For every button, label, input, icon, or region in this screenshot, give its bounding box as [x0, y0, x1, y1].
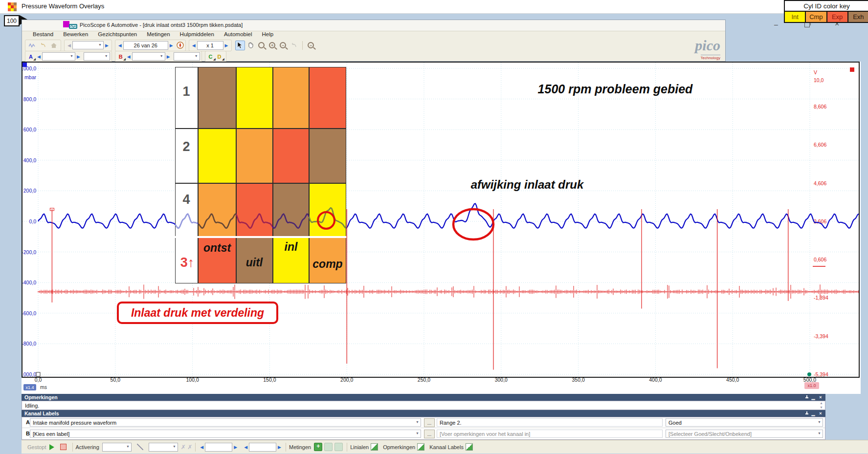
- kanaal-labels-toggle-icon[interactable]: [466, 443, 473, 451]
- channel-a-next-icon[interactable]: ▶: [75, 54, 82, 59]
- opmerkingen-toggle-icon[interactable]: [417, 443, 424, 451]
- menu-hulpmiddelen[interactable]: Hulpmiddelen: [175, 31, 219, 39]
- zoom-out-tool[interactable]: −: [278, 41, 288, 50]
- channel-a-label-select[interactable]: Intake manifold pressure waveform: [30, 418, 421, 427]
- normal-selection-tool[interactable]: [235, 41, 245, 50]
- zoom-out-step-icon[interactable]: ◀: [191, 43, 197, 48]
- x-axis-tick: 200,0: [340, 377, 353, 383]
- waveform-icon[interactable]: [27, 41, 37, 50]
- hand-pan-tool[interactable]: [246, 41, 256, 50]
- right-axis-tick: -3,394: [814, 333, 828, 339]
- minimize-icon[interactable]: –: [774, 21, 778, 28]
- opmerkingen-panel-title: Opmerkingen: [24, 394, 58, 400]
- zoom-in-tool[interactable]: +: [267, 41, 277, 50]
- more-options-button[interactable]: ...: [424, 430, 435, 438]
- pretrigger-next-icon[interactable]: ▶: [232, 445, 239, 450]
- scope-display-area[interactable]: 1000,0800,0600,0400,0200,00,0-200,0-400,…: [22, 62, 861, 394]
- zoom-overview-tool[interactable]: ∞: [306, 41, 316, 50]
- stop-capture-button[interactable]: [60, 444, 67, 450]
- scroll-down-icon[interactable]: ▼: [820, 406, 823, 409]
- toggle-linialen[interactable]: Linialen: [350, 444, 369, 450]
- trigger-marker-icon: ✗ ✗: [181, 444, 192, 451]
- scroll-up-icon[interactable]: ▲: [820, 401, 823, 405]
- next-view-icon[interactable]: ▶: [104, 43, 110, 48]
- channel-b-button[interactable]: B: [117, 54, 126, 60]
- stroke-label-uitl: uitl: [246, 256, 263, 269]
- channel-b-status-select[interactable]: [Selecteer Goed/Slecht/Onbekend]: [666, 430, 823, 438]
- delete-measurement-button[interactable]: [334, 443, 343, 451]
- key-exp: Exp: [827, 12, 848, 22]
- channel-d-button[interactable]: D: [216, 54, 224, 60]
- menu-automobiel[interactable]: Automobiel: [219, 31, 257, 39]
- pretrigger-value[interactable]: [205, 443, 232, 452]
- x-axis-tick: 100,0: [186, 377, 199, 383]
- menu-help[interactable]: Help: [257, 31, 278, 39]
- menu-bewerken[interactable]: Bewerken: [58, 31, 93, 39]
- channel-b-next-icon[interactable]: ▶: [165, 54, 172, 59]
- cyl-grid-cell-exh: [309, 129, 346, 183]
- minimize-panel-icon[interactable]: ▁: [811, 411, 816, 416]
- pin-icon[interactable]: [805, 411, 809, 415]
- cyl-grid-cell-cmp: [236, 129, 273, 183]
- channel-a-probe-select[interactable]: [84, 52, 110, 61]
- prev-view-icon[interactable]: ◀: [66, 43, 72, 48]
- menu-metingen[interactable]: Metingen: [142, 31, 175, 39]
- cyl-grid-cell-cmp: [198, 183, 236, 237]
- posttrigger-value[interactable]: [249, 443, 276, 452]
- trigger-channel-select[interactable]: [149, 443, 178, 452]
- next-buffer-icon[interactable]: ▶: [168, 43, 175, 48]
- opmerkingen-panel-body[interactable]: Idling. ▲ ▼: [22, 401, 825, 410]
- posttrigger-prev-icon[interactable]: ◀: [243, 445, 249, 450]
- start-capture-button[interactable]: [49, 444, 54, 450]
- left-axis-tick: 600,0: [23, 127, 36, 132]
- pin-icon[interactable]: [805, 395, 809, 399]
- zoom-in-step-icon[interactable]: ▶: [223, 43, 230, 48]
- picoscope-app-icon: [69, 23, 77, 29]
- channel-a-note-field[interactable]: Range 2.: [437, 418, 663, 427]
- minimize-panel-icon[interactable]: ▁: [811, 395, 816, 400]
- toggle-opmerkingen[interactable]: Opmerkingen: [383, 444, 415, 450]
- cyl-grid-cell-int: [198, 129, 236, 183]
- linialen-toggle-icon[interactable]: [371, 443, 378, 451]
- restore-icon[interactable]: [804, 22, 810, 27]
- close-panel-icon[interactable]: ×: [818, 411, 823, 416]
- right-axis-tick: 2,606: [814, 218, 826, 224]
- trigger-label: Activering: [76, 444, 99, 450]
- channel-c-button[interactable]: C: [207, 54, 216, 60]
- channel-b-range-select[interactable]: [132, 52, 165, 61]
- channel-a-label-row: A Intake manifold pressure waveform ... …: [22, 417, 825, 428]
- channel-a-status-select[interactable]: Goed: [666, 418, 823, 427]
- trigger-mode-select[interactable]: [102, 443, 132, 452]
- undo-zoom-tool[interactable]: [289, 41, 299, 50]
- channel-a-button[interactable]: A: [27, 54, 36, 60]
- buffer-indicator[interactable]: 26 van 26: [123, 41, 168, 50]
- undo-view-icon[interactable]: [38, 41, 48, 50]
- add-measurement-button[interactable]: +: [314, 443, 322, 451]
- channel-b-note-field[interactable]: [Voer opmerkingen voor het kanaal in]: [437, 430, 663, 438]
- view-select[interactable]: [72, 41, 104, 49]
- axis-anchor-box: [36, 372, 40, 376]
- posttrigger-next-icon[interactable]: ▶: [276, 445, 283, 450]
- key-cmp: Cmp: [806, 12, 827, 22]
- menu-gezichtspunten[interactable]: Gezichtspunten: [93, 31, 142, 39]
- channel-b-label-select[interactable]: [Kies een label]: [30, 430, 421, 438]
- close-panel-icon[interactable]: ×: [818, 395, 823, 400]
- kanaal-labels-panel-header: Kanaal Labels ▁ ×: [22, 410, 825, 417]
- channel-b-prev-icon[interactable]: ◀: [126, 54, 132, 59]
- menu-bestand[interactable]: Bestand: [28, 31, 58, 39]
- zoom-tool[interactable]: [257, 41, 267, 50]
- channel-b-probe-select[interactable]: [174, 52, 200, 61]
- more-options-button[interactable]: ...: [424, 418, 435, 427]
- prev-buffer-icon[interactable]: ◀: [117, 43, 123, 48]
- home-icon[interactable]: [49, 41, 59, 50]
- trigger-slope-icon[interactable]: [137, 444, 143, 450]
- channel-a-range-select[interactable]: [42, 52, 75, 61]
- pretrigger-prev-icon[interactable]: ◀: [199, 445, 205, 450]
- edit-measurement-button[interactable]: [324, 443, 333, 451]
- x-compression-badge-left: x1.4: [23, 384, 36, 390]
- zoom-level-indicator[interactable]: x 1: [197, 41, 223, 50]
- left-axis-tick: 200,0: [23, 188, 36, 194]
- toggle-kanaal-labels[interactable]: Kanaal Labels: [429, 444, 464, 450]
- channel-a-prev-icon[interactable]: ◀: [36, 54, 42, 59]
- buffer-navigator-icon[interactable]: [177, 42, 184, 49]
